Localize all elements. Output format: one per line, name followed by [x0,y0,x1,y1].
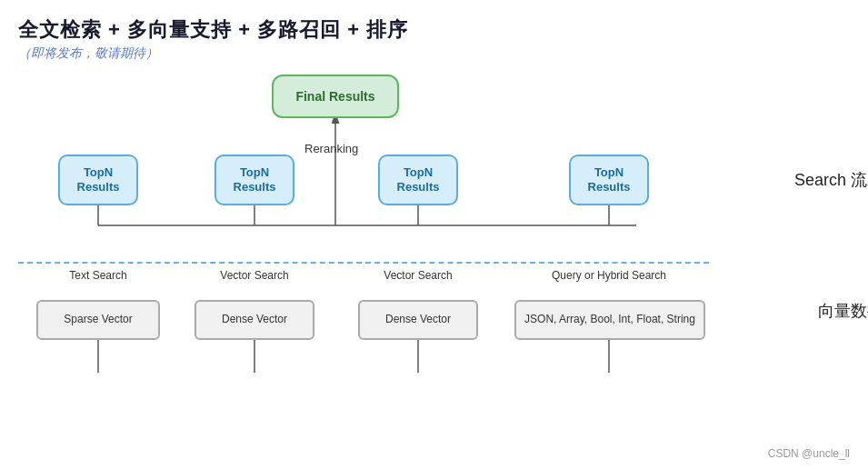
final-results-box: Final Results [272,75,399,118]
csdn-credit: CSDN @uncle_ll [768,447,850,460]
vector-db-label: 向量数据库 [818,300,868,322]
topn-label-1: TopNResults [77,165,120,194]
topn-box-4: TopNResults [569,155,649,205]
search-type-2: Vector Search [195,269,314,282]
topn-label-2: TopNResults [234,165,276,194]
title-main: 全文检索 + 多向量支持 + 多路召回 + 排序 [18,16,850,44]
dashed-separator [18,262,709,264]
reranking-label: Reranking [304,142,358,155]
data-box-1: Sparse Vector [36,300,160,340]
topn-box-3: TopNResults [378,155,458,205]
title-sub: （即将发布，敬请期待） [18,45,850,62]
data-box-3: Dense Vector [358,300,478,340]
topn-box-1: TopNResults [58,155,138,205]
search-pipeline-label: Search 流水线 [794,169,868,191]
main-container: 全文检索 + 多向量支持 + 多路召回 + 排序 （即将发布，敬请期待） [0,0,868,469]
search-type-4: Query or Hybrid Search [514,269,703,282]
arrows-svg [18,71,709,462]
final-results-label: Final Results [295,89,374,104]
title-area: 全文检索 + 多向量支持 + 多路召回 + 排序 （即将发布，敬请期待） [18,16,850,62]
diagram-area: Final Results Reranking TopNResults TopN… [18,71,809,462]
topn-label-3: TopNResults [397,165,440,194]
search-type-3: Vector Search [358,269,478,282]
search-type-1: Text Search [36,269,160,282]
topn-label-4: TopNResults [588,165,631,194]
topn-box-2: TopNResults [215,155,294,205]
data-box-4: JSON, Array, Bool, Int, Float, String [514,300,705,340]
data-box-2: Dense Vector [195,300,314,340]
